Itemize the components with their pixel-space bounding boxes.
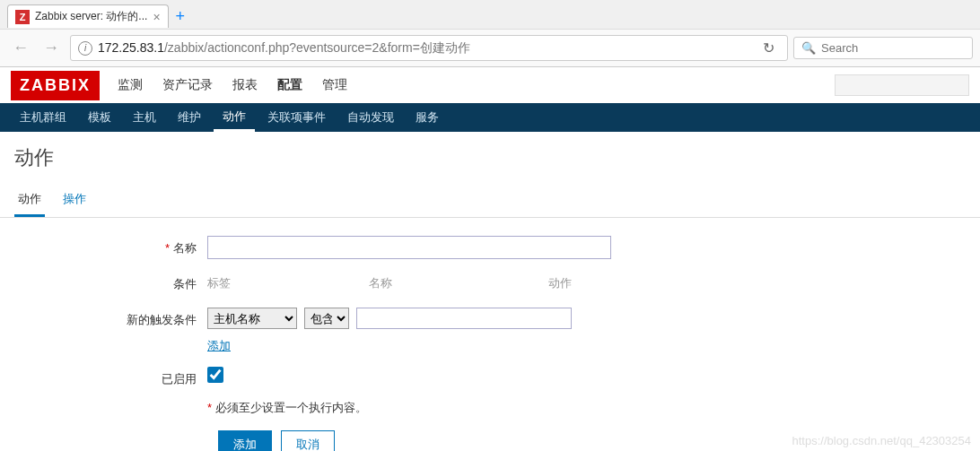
- top-nav: 监测 资产记录 报表 配置 管理: [116, 74, 349, 97]
- nav-reports[interactable]: 报表: [231, 74, 259, 97]
- tab-action[interactable]: 动作: [14, 184, 45, 217]
- subnav-hosts[interactable]: 主机: [124, 103, 165, 132]
- search-icon: 🔍: [801, 41, 816, 55]
- new-tab-button[interactable]: +: [176, 7, 186, 26]
- url-text: 172.25.83.1/zabbix/actionconf.php?events…: [98, 40, 470, 56]
- tab-favicon: Z: [15, 10, 30, 24]
- nav-configuration[interactable]: 配置: [276, 74, 304, 97]
- new-trigger-label: 新的触发条件: [14, 308, 207, 328]
- name-input[interactable]: [207, 236, 611, 259]
- browser-tab[interactable]: Z Zabbix server: 动作的... ×: [7, 4, 169, 28]
- warning-message: 必须至少设置一个执行内容。: [215, 401, 367, 414]
- enabled-label: 已启用: [14, 367, 207, 387]
- refresh-icon[interactable]: ↻: [757, 39, 780, 56]
- add-condition-link[interactable]: 添加: [207, 338, 231, 354]
- tab-title: Zabbix server: 动作的...: [35, 9, 147, 24]
- name-label: *名称: [14, 236, 207, 256]
- tab-bar: Z Zabbix server: 动作的... × +: [0, 0, 980, 29]
- cancel-button[interactable]: 取消: [281, 430, 335, 451]
- browser-search[interactable]: 🔍: [793, 37, 973, 59]
- logo[interactable]: ZABBIX: [11, 71, 100, 100]
- back-button[interactable]: ←: [7, 37, 34, 59]
- name-label-text: 名称: [173, 241, 197, 255]
- nav-administration[interactable]: 管理: [320, 74, 349, 97]
- cond-col-label: 标签: [207, 275, 369, 291]
- subnav-services[interactable]: 服务: [407, 103, 448, 132]
- nav-monitoring[interactable]: 监测: [116, 74, 144, 97]
- url-host: 172.25.83.1: [98, 40, 164, 55]
- close-icon[interactable]: ×: [153, 10, 160, 24]
- conditions-headers: 标签 名称 动作: [207, 272, 692, 295]
- conditions-label: 条件: [14, 272, 207, 292]
- warning-text: *必须至少设置一个执行内容。: [207, 400, 367, 416]
- trigger-type-select[interactable]: 主机名称: [207, 308, 297, 329]
- trigger-value-input[interactable]: [356, 308, 572, 329]
- tab-operations[interactable]: 操作: [59, 184, 90, 217]
- url-path: /zabbix/actionconf.php?eventsource=2&for…: [164, 40, 470, 55]
- subnav-templates[interactable]: 模板: [79, 103, 120, 132]
- url-input[interactable]: i 172.25.83.1/zabbix/actionconf.php?even…: [70, 35, 788, 61]
- forward-button: →: [38, 37, 65, 59]
- subnav-maintenance[interactable]: 维护: [169, 103, 210, 132]
- subnav-discovery[interactable]: 自动发现: [338, 103, 403, 132]
- browser-search-input[interactable]: [821, 41, 965, 55]
- cond-col-action: 动作: [548, 275, 692, 291]
- page-title: 动作: [0, 132, 980, 184]
- submit-button[interactable]: 添加: [218, 430, 272, 451]
- info-icon[interactable]: i: [78, 41, 92, 56]
- trigger-operator-select[interactable]: 包含: [304, 308, 349, 329]
- subnav-actions[interactable]: 动作: [214, 103, 255, 132]
- watermark: https://blog.csdn.net/qq_42303254: [792, 434, 972, 447]
- form-tabs: 动作 操作: [0, 184, 980, 218]
- subnav-correlation[interactable]: 关联项事件: [258, 103, 335, 132]
- sub-nav: 主机群组 模板 主机 维护 动作 关联项事件 自动发现 服务: [0, 103, 980, 132]
- form-area: *名称 条件 标签 名称 动作 新的触发条件 主机名称 包含: [0, 218, 980, 451]
- browser-chrome: Z Zabbix server: 动作的... × + ← → i 172.25…: [0, 0, 980, 67]
- subnav-hostgroups[interactable]: 主机群组: [11, 103, 75, 132]
- app-header: ZABBIX 监测 资产记录 报表 配置 管理: [0, 67, 980, 103]
- app-search-input[interactable]: [835, 74, 969, 96]
- url-bar: ← → i 172.25.83.1/zabbix/actionconf.php?…: [0, 29, 980, 66]
- nav-inventory[interactable]: 资产记录: [161, 74, 214, 97]
- enabled-checkbox[interactable]: [207, 367, 223, 383]
- cond-col-name: 名称: [369, 275, 548, 291]
